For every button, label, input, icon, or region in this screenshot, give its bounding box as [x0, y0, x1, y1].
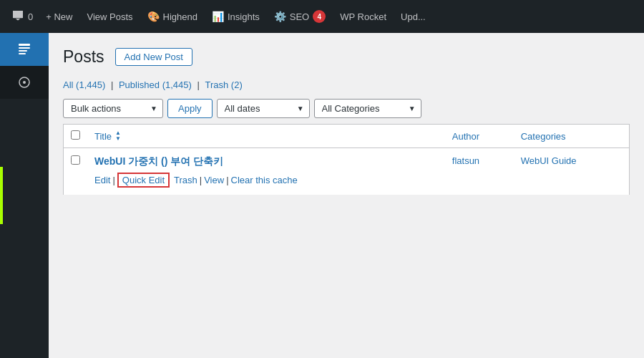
admin-bar: 0 + New View Posts 🎨 Highend 📊 Insights … [0, 0, 644, 33]
admin-bar-new[interactable]: + New [39, 0, 79, 33]
category-link[interactable]: WebUI Guide [521, 155, 577, 166]
title-sort-link[interactable]: Title ▲▼ [94, 130, 438, 142]
paint-icon: 🎨 [147, 11, 160, 22]
wp-rocket-label: WP Rocket [340, 11, 386, 22]
table-header-categories: Categories [514, 125, 630, 148]
edit-action-link[interactable]: Edit [94, 175, 110, 185]
toolbar: Bulk actions ▼ Apply All dates ▼ All Cat… [63, 99, 630, 118]
gear-icon: ⚙️ [274, 11, 286, 22]
row-title-cell: WebUI 가중치 () 부여 단축키 Edit | Quick Edit Tr… [87, 148, 445, 195]
comment-count: 0 [28, 11, 33, 22]
table-header-checkbox [64, 125, 88, 148]
highend-label: Highend [163, 11, 197, 22]
select-all-checkbox[interactable] [71, 130, 80, 140]
bulk-actions-select[interactable]: Bulk actions [63, 99, 163, 118]
filter-trash-link[interactable]: Trash (2) [205, 79, 242, 90]
admin-bar-view-posts[interactable]: View Posts [79, 0, 140, 33]
post-title-link[interactable]: WebUI 가중치 () 부여 단축키 [94, 155, 438, 168]
seo-badge: 4 [313, 10, 326, 23]
posts-table: Title ▲▼ Author Categories [63, 124, 630, 195]
chart-icon: 📊 [212, 11, 224, 22]
svg-rect-2 [19, 50, 27, 52]
all-dates-select[interactable]: All dates [217, 99, 310, 118]
new-label: + New [46, 11, 72, 22]
apply-button[interactable]: Apply [167, 99, 213, 118]
filter-sep-1: | [111, 79, 116, 90]
sidebar-accent [0, 167, 3, 224]
author-link[interactable]: flatsun [452, 155, 479, 166]
admin-bar-seo[interactable]: ⚙️ SEO 4 [267, 0, 333, 33]
action-sep-4: | [226, 175, 228, 185]
table-header-title: Title ▲▼ [87, 125, 445, 148]
row-actions: Edit | Quick Edit Trash | View | C [94, 173, 438, 188]
svg-rect-3 [19, 53, 26, 54]
admin-bar-updates[interactable]: Upd... [394, 0, 433, 33]
table-header-author: Author [445, 125, 514, 148]
admin-bar-insights[interactable]: 📊 Insights [205, 0, 267, 33]
all-categories-wrapper: All Categories ▼ [314, 99, 421, 118]
action-sep-1: | [112, 175, 114, 185]
clear-cache-action-link[interactable]: Clear this cache [231, 175, 298, 185]
view-action-link[interactable]: View [204, 175, 224, 185]
page-title: Posts [63, 47, 104, 67]
admin-bar-wp-rocket[interactable]: WP Rocket [333, 0, 394, 33]
action-sep-3: | [200, 175, 202, 185]
quick-edit-action-link[interactable]: Quick Edit [122, 175, 165, 185]
sidebar [0, 33, 49, 358]
bulk-actions-wrapper: Bulk actions ▼ [63, 99, 163, 118]
updates-label: Upd... [401, 11, 426, 22]
seo-label: SEO [290, 11, 309, 22]
filter-all-link[interactable]: All (1,445) [63, 79, 108, 90]
content-area: Posts Add New Post All (1,445) | Publish… [49, 33, 644, 358]
admin-bar-comments[interactable]: 0 [6, 0, 39, 33]
sidebar-item-other[interactable] [0, 66, 49, 99]
all-dates-wrapper: All dates ▼ [217, 99, 310, 118]
table-row: WebUI 가중치 () 부여 단축키 Edit | Quick Edit Tr… [64, 148, 630, 195]
filter-published-link[interactable]: Published (1,445) [119, 79, 195, 90]
insights-label: Insights [228, 11, 260, 22]
admin-bar-highend[interactable]: 🎨 Highend [140, 0, 205, 33]
trash-action-link[interactable]: Trash [174, 175, 197, 185]
row-checkbox[interactable] [71, 155, 80, 165]
all-categories-select[interactable]: All Categories [314, 99, 421, 118]
page-header: Posts Add New Post [63, 47, 630, 67]
add-new-post-button[interactable]: Add New Post [115, 48, 192, 66]
svg-rect-1 [19, 47, 30, 49]
view-posts-label: View Posts [87, 11, 132, 22]
row-author-cell: flatsun [445, 148, 514, 195]
row-checkbox-cell [64, 148, 88, 195]
main-layout: Posts Add New Post All (1,445) | Publish… [0, 33, 644, 358]
comment-bubble-icon [11, 10, 24, 24]
sort-arrows-icon: ▲▼ [115, 130, 121, 142]
sidebar-item-posts[interactable] [0, 33, 49, 66]
filter-sep-2: | [197, 79, 202, 90]
filter-links: All (1,445) | Published (1,445) | Trash … [63, 79, 630, 90]
svg-rect-0 [19, 44, 30, 46]
svg-point-5 [23, 81, 26, 84]
row-categories-cell: WebUI Guide [514, 148, 630, 195]
quick-edit-box: Quick Edit [117, 173, 170, 188]
